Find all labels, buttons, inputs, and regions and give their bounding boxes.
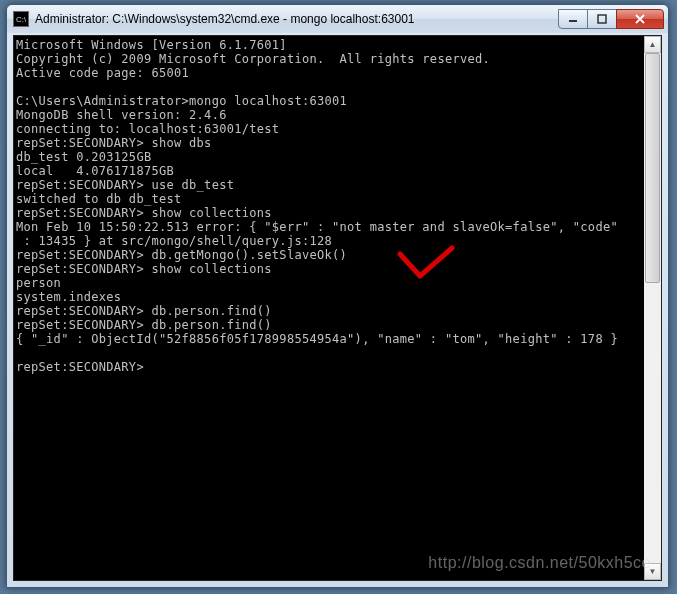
svg-rect-0: [569, 20, 577, 22]
scrollbar: ▲ ▼: [644, 36, 661, 580]
close-button[interactable]: [616, 9, 664, 29]
scroll-thumb[interactable]: [645, 53, 660, 283]
maximize-icon: [597, 14, 607, 24]
minimize-icon: [568, 14, 578, 24]
terminal-output[interactable]: Microsoft Windows [Version 6.1.7601] Cop…: [14, 36, 661, 376]
watermark-text: http://blog.csdn.net/50kxh5ce: [428, 554, 651, 572]
svg-rect-1: [598, 15, 606, 23]
window-buttons: [559, 9, 664, 29]
minimize-button[interactable]: [558, 9, 588, 29]
close-icon: [634, 13, 646, 25]
cmd-window: C:\ Administrator: C:\Windows\system32\c…: [6, 4, 669, 588]
scroll-up-button[interactable]: ▲: [644, 36, 661, 53]
cmd-icon: C:\: [13, 11, 29, 27]
window-title: Administrator: C:\Windows\system32\cmd.e…: [35, 12, 559, 26]
terminal-client: Microsoft Windows [Version 6.1.7601] Cop…: [13, 35, 662, 581]
titlebar[interactable]: C:\ Administrator: C:\Windows\system32\c…: [7, 5, 668, 33]
scroll-track[interactable]: [644, 53, 661, 563]
maximize-button[interactable]: [587, 9, 617, 29]
